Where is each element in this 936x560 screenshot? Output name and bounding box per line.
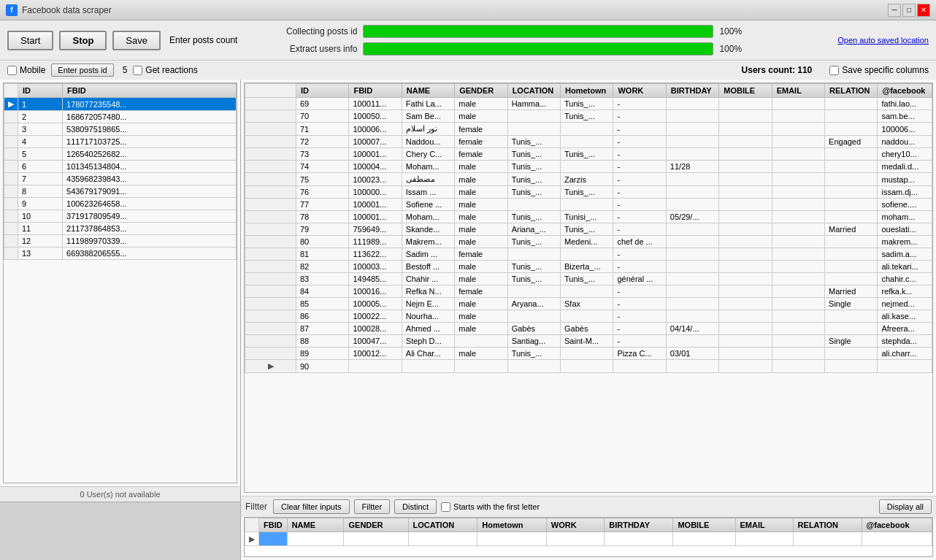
left-cell-fbid: 101345134804... — [63, 161, 237, 173]
right-cell-facebook: oueslati... — [878, 223, 932, 236]
filter-table-container[interactable]: FBIDNAMEGENDERLOCATIONHometownWORKBIRTHD… — [244, 517, 933, 557]
row-marker-cell — [245, 335, 296, 348]
right-cell-relation — [825, 248, 878, 261]
left-table-row[interactable]: ▶ 1 178077235548... — [4, 98, 237, 111]
left-table-row[interactable]: 13 669388206555... — [4, 248, 237, 260]
starts-with-checkbox[interactable] — [441, 502, 450, 512]
stop-button[interactable]: Stop — [59, 31, 107, 50]
left-table-row[interactable]: 5 126540252682... — [4, 148, 237, 161]
display-all-button[interactable]: Display all — [879, 499, 932, 514]
right-cell-birthday — [666, 285, 718, 298]
row-marker-cell — [245, 199, 296, 211]
get-reactions-label[interactable]: Get reactions — [133, 65, 197, 75]
left-table-row[interactable]: 2 168672057480... — [4, 111, 237, 123]
filter-input-email[interactable] — [740, 534, 789, 544]
filter-input-cell-location[interactable] — [408, 532, 477, 546]
filter-input-cell-email[interactable] — [735, 532, 793, 546]
right-table-row[interactable]: 79759649...Skande...maleAriana_...Tunis_… — [245, 223, 932, 236]
right-table-row[interactable]: 78100001...Moham...maleTunis_...Tunisi_.… — [245, 211, 932, 223]
filter-input-hometown[interactable] — [481, 534, 542, 544]
save-specific-checkbox[interactable] — [829, 66, 839, 75]
filter-input-cell-hometown[interactable] — [477, 532, 546, 546]
start-button[interactable]: Start — [7, 31, 53, 50]
left-scroll-area[interactable] — [0, 502, 240, 560]
right-table-row[interactable]: 87100028...Ahmed ...maleGabèsGabès-04/14… — [245, 323, 932, 335]
distinct-button[interactable]: Distinct — [394, 499, 437, 514]
right-table-row[interactable]: 76100000...Issam ...maleTunis_...Tunis_.… — [245, 186, 932, 199]
right-table-row[interactable]: 74100004...Moham...maleTunis_...-11/28me… — [245, 161, 932, 173]
close-button[interactable]: ✕ — [917, 4, 930, 17]
filter-col-name: NAME — [287, 518, 344, 532]
right-cell-email — [772, 261, 824, 273]
right-table-row[interactable]: 73100001...Chery C...femaleTunis_...Tuni… — [245, 148, 932, 161]
minimize-button[interactable]: ─ — [888, 4, 901, 17]
right-table-row[interactable]: 75100023...مصطفىmaleTunis_...Zarzis-must… — [245, 173, 932, 186]
left-cell-fbid: 371917809549... — [63, 210, 237, 223]
left-table-row[interactable]: 4 111717103725... — [4, 136, 237, 148]
filter-input-cell-fbid[interactable] — [259, 532, 288, 546]
right-table-row[interactable]: 71100006...نور اسلامfemale-100006... — [245, 123, 932, 136]
right-table-row[interactable]: ▶90 — [245, 360, 932, 373]
right-table-row[interactable]: 88100047...Steph D...Santia­g...Saint-M.… — [245, 335, 932, 348]
row-marker-cell — [245, 211, 296, 223]
filter-col-hometown: Hometown — [477, 518, 546, 532]
filter-input-cell-name[interactable] — [287, 532, 344, 546]
right-table-row[interactable]: 80111989...Makrem...maleTunis_...Medeni.… — [245, 236, 932, 248]
filter-input-mobile[interactable] — [677, 534, 731, 544]
left-table-row[interactable]: 10 371917809549... — [4, 210, 237, 223]
enter-posts-id-button[interactable]: Enter posts id — [51, 64, 113, 77]
filter-input-cell-mobile[interactable] — [673, 532, 735, 546]
right-table-row[interactable]: 86100022...Nourha...male-ali.kase... — [245, 310, 932, 323]
left-table-container[interactable]: ID FBID ▶ 1 178077235548... 2 1686720574… — [3, 83, 237, 483]
left-cell-id: 7 — [18, 173, 63, 185]
filter-input-cell-birthday[interactable] — [605, 532, 673, 546]
right-table-row[interactable]: 72100007...Naddou...femaleTunis_...-Enga… — [245, 136, 932, 148]
filter-input-cell-gender[interactable] — [344, 532, 408, 546]
left-table-row[interactable]: 8 543679179091... — [4, 185, 237, 198]
get-reactions-checkbox[interactable] — [133, 66, 142, 75]
right-table-row[interactable]: 89100012...Ali Char...maleTunis_...Pizza… — [245, 348, 932, 360]
mobile-checkbox-label[interactable]: Mobile — [7, 65, 45, 75]
left-table-row[interactable]: 11 211737864853... — [4, 223, 237, 235]
save-button[interactable]: Save — [112, 31, 161, 50]
right-table-row[interactable]: 69100011...Fathi La...maleHamma...Tunis_… — [245, 98, 932, 110]
right-table-container[interactable]: IDFBIDNAMEGENDERLOCATIONHometownWORKBIRT… — [244, 83, 933, 493]
filter-col-at-facebook: @facebook — [862, 518, 932, 532]
mobile-checkbox[interactable] — [7, 66, 17, 75]
filter-input-work[interactable] — [551, 534, 601, 544]
left-table-row[interactable]: 7 435968239843... — [4, 173, 237, 185]
open-auto-saved-link[interactable]: Open auto saved location — [837, 36, 929, 45]
starts-with-checkbox-label[interactable]: Starts with the first letter — [441, 502, 540, 512]
right-table-row[interactable]: 85100005...Nejm E...maleAryana...Sfax-Si… — [245, 298, 932, 310]
filter-input-at-facebook[interactable] — [866, 534, 929, 544]
filter-input-location[interactable] — [413, 534, 474, 544]
right-table-row[interactable]: 77100001...Sofiene ...male-sofiene.... — [245, 199, 932, 211]
maximize-button[interactable]: □ — [902, 4, 916, 17]
right-table-row[interactable]: 81113622...Sadim ...female-sadim.a... — [245, 248, 932, 261]
right-cell-birthday — [666, 261, 718, 273]
filter-input-birthday[interactable] — [608, 534, 669, 544]
left-table-row[interactable]: 12 111989970339... — [4, 235, 237, 248]
right-table-row[interactable]: 82100003...Bestoff ...maleTunis_...Bizer… — [245, 261, 932, 273]
left-table-row[interactable]: 6 101345134804... — [4, 161, 237, 173]
row-arrow — [4, 185, 18, 198]
left-cell-id: 2 — [18, 111, 63, 123]
right-cell-email — [772, 348, 824, 360]
right-cell-id: 82 — [296, 261, 349, 273]
filter-input-cell-at-facebook[interactable] — [862, 532, 932, 546]
right-table-row[interactable]: 83149485...Chahir ...maleTunis_...Tunis_… — [245, 273, 932, 285]
filter-input-cell-relation[interactable] — [793, 532, 862, 546]
filter-button[interactable]: Filtter — [354, 499, 391, 514]
filter-input-cell-work[interactable] — [546, 532, 605, 546]
right-table-row[interactable]: 84100016...Refka N...female-Marriedrefka… — [245, 285, 932, 298]
filter-input-relation[interactable] — [797, 534, 858, 544]
right-cell-fbid: 100001... — [349, 211, 402, 223]
left-table-row[interactable]: 9 100623264658... — [4, 198, 237, 210]
left-table-row[interactable]: 3 538097519865... — [4, 123, 237, 136]
clear-filter-button[interactable]: Clear filter inputs — [273, 499, 350, 514]
right-table-row[interactable]: 70100050...Sam Be...maleTunis_...-sam.be… — [245, 110, 932, 123]
filter-input-name[interactable] — [291, 534, 340, 544]
save-specific-checkbox-label[interactable]: Save specific columns — [829, 65, 929, 75]
right-cell-mobile — [719, 335, 772, 348]
filter-input-gender[interactable] — [348, 534, 404, 544]
